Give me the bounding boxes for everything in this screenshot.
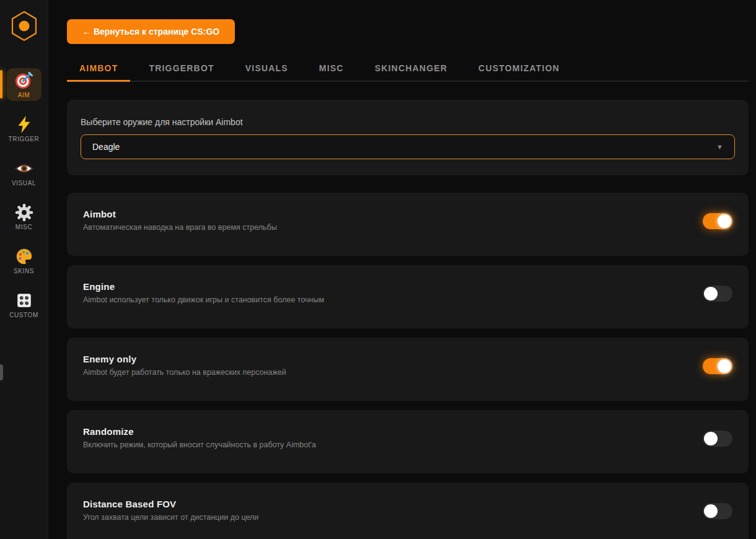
weapon-select-dropdown[interactable]: Deagle ▼ [81,134,735,159]
randomize-toggle[interactable] [703,431,732,447]
sidebar-item-label: VISUAL [12,180,36,186]
setting-info: Distance Based FOV Угол захвата цели зав… [83,499,258,522]
setting-description: Автоматическая наводка на врага во время… [83,223,277,232]
tab-triggerbot[interactable]: TRIGGERBOT [136,61,226,82]
setting-info: Enemy only Aimbot будет работать только … [83,354,286,377]
target-icon [15,71,33,90]
gear-icon [15,203,33,222]
left-edge-handle[interactable] [0,364,3,380]
sidebar-nav: AIM TRIGGER VISUAL [0,68,48,321]
sidebar-item-label: MISC [15,224,32,230]
enemy-only-toggle[interactable] [703,358,732,374]
sidebar-item-label: SKINS [14,268,34,274]
setting-card-engine: Engine Aimbot использует только движок и… [67,265,749,328]
tab-misc[interactable]: MISC [307,61,356,82]
palette-icon [15,247,33,266]
setting-description: Aimbot использует только движок игры и с… [83,296,324,304]
tab-bar: AIMBOT TRIGGERBOT VISUALS MISC SKINCHANG… [67,61,749,82]
setting-title: Distance Based FOV [83,499,258,509]
engine-toggle[interactable] [703,286,732,302]
hexagon-logo-icon [10,10,38,42]
toggle-knob [718,359,731,373]
setting-description: Включить режим, который вносит случайнос… [83,440,316,449]
setting-title: Engine [83,281,324,292]
app-window: AIM TRIGGER VISUAL [0,0,756,539]
sidebar-item-label: CUSTOM [9,312,38,318]
tab-customization[interactable]: CUSTOMIZATION [466,61,572,82]
sidebar: AIM TRIGGER VISUAL [0,0,48,539]
sidebar-item-visual[interactable]: VISUAL [7,156,42,189]
distance-based-fov-toggle[interactable] [703,503,732,519]
setting-card-aimbot: Aimbot Автоматическая наводка на врага в… [67,193,749,256]
toggle-knob [718,214,731,228]
setting-description: Aimbot будет работать только на вражески… [83,368,286,377]
setting-card-enemy-only: Enemy only Aimbot будет работать только … [67,338,749,401]
sidebar-item-custom[interactable]: CUSTOM [7,288,42,321]
tab-skinchanger[interactable]: SKINCHANGER [363,61,460,82]
sidebar-item-trigger[interactable]: TRIGGER [7,112,42,145]
dropdown-arrow-icon: ▼ [716,143,723,151]
back-to-csgo-button[interactable]: ← Вернуться к странице CS:GO [67,19,235,44]
sidebar-item-aim[interactable]: AIM [7,68,42,101]
setting-card-randomize: Randomize Включить режим, который вносит… [67,410,749,473]
knobs-icon [15,291,33,310]
toggle-knob [704,432,718,445]
eye-icon [15,159,33,178]
setting-title: Enemy only [83,354,286,364]
setting-info: Engine Aimbot использует только движок и… [83,281,324,304]
aimbot-toggle[interactable] [703,213,732,229]
sidebar-item-misc[interactable]: MISC [7,200,42,233]
setting-title: Aimbot [83,209,277,219]
toggle-knob [704,287,718,300]
setting-description: Угол захвата цели зависит от дистанции д… [83,513,258,522]
toggle-knob [704,504,718,518]
weapon-select-card: Выберите оружие для настройки Aimbot Dea… [67,100,749,175]
setting-info: Aimbot Автоматическая наводка на врага в… [83,209,277,232]
main-content: ← Вернуться к странице CS:GO AIMBOT TRIG… [48,0,756,539]
lightning-icon [15,115,33,134]
weapon-select-value: Deagle [92,142,120,152]
tab-aimbot[interactable]: AIMBOT [67,61,130,82]
setting-info: Randomize Включить режим, который вносит… [83,426,316,449]
sidebar-item-skins[interactable]: SKINS [7,244,42,277]
sidebar-item-label: TRIGGER [9,136,40,142]
weapon-select-label: Выберите оружие для настройки Aimbot [81,117,735,127]
setting-card-distance-based-fov: Distance Based FOV Угол захвата цели зав… [67,483,749,539]
sidebar-item-label: AIM [18,92,30,99]
setting-title: Randomize [83,426,316,437]
tab-visuals[interactable]: VISUALS [233,61,301,82]
